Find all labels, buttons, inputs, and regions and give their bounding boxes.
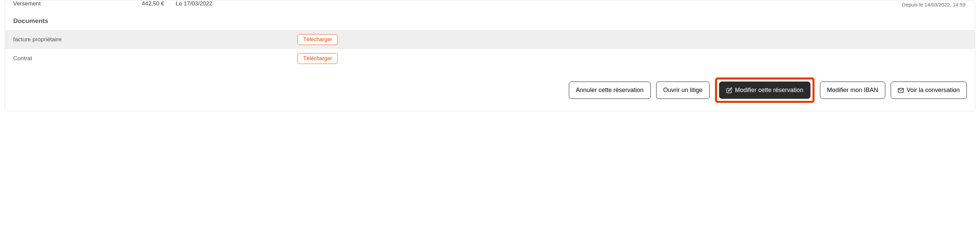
payment-label: Versement <box>13 0 142 7</box>
payment-status: Depuis le 14/03/2022, 14:59 <box>902 2 966 8</box>
modify-iban-button[interactable]: Modifier mon IBAN <box>820 82 885 99</box>
modify-reservation-button[interactable]: Modifier cette réservation <box>719 82 810 99</box>
payment-date: Le 17/03/2022 <box>176 0 213 7</box>
actions-row: Annuler cette réservation Ouvrir un liti… <box>5 68 975 103</box>
payment-row: Versement 442,50 € Le 17/03/2022 Depuis … <box>5 0 975 7</box>
view-conversation-button[interactable]: Voir la conversation <box>891 82 967 99</box>
highlight-box: Modifier cette réservation <box>715 78 815 103</box>
view-conversation-label: Voir la conversation <box>907 87 960 94</box>
edit-icon <box>726 87 732 93</box>
modify-reservation-label: Modifier cette réservation <box>735 87 803 94</box>
reservation-card: Versement 442,50 € Le 17/03/2022 Depuis … <box>5 0 975 111</box>
document-label: facture propriétaire <box>13 36 298 43</box>
payment-amount: 442,50 € <box>142 0 176 7</box>
document-label: Contrat <box>13 55 298 62</box>
documents-title: Documents <box>5 7 975 30</box>
open-dispute-button[interactable]: Ouvrir un litige <box>656 82 710 99</box>
document-row: Contrat Télécharger <box>5 49 975 68</box>
document-row: facture propriétaire Télécharger <box>5 30 975 49</box>
mail-icon <box>898 87 904 93</box>
download-button[interactable]: Télécharger <box>298 53 338 64</box>
download-button[interactable]: Télécharger <box>298 34 338 45</box>
cancel-reservation-button[interactable]: Annuler cette réservation <box>569 82 651 99</box>
